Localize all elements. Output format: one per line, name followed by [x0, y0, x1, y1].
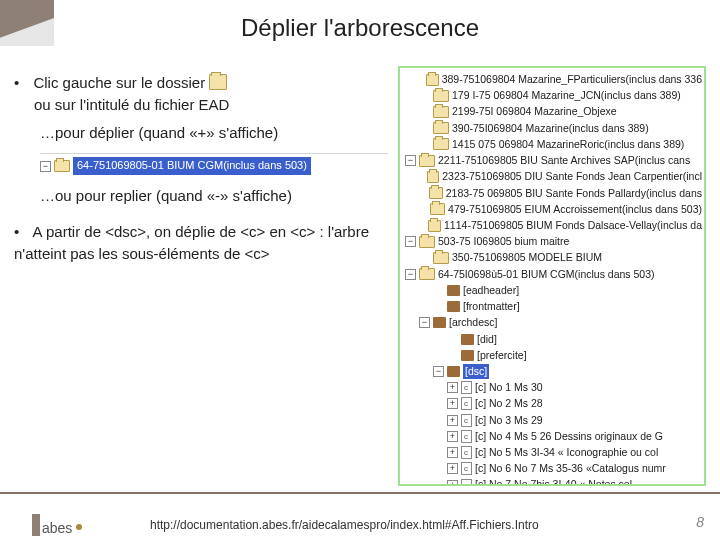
plus-icon[interactable]: + — [447, 447, 458, 458]
tree-row[interactable]: 350-751069805 MODELE BIUM — [402, 250, 702, 265]
tree-row[interactable]: −[archdesc] — [402, 315, 702, 330]
plus-icon[interactable]: + — [447, 480, 458, 486]
tree-label: [c] No 2 Ms 28 — [475, 396, 543, 411]
document-icon — [461, 414, 472, 427]
tree-row[interactable]: [did] — [402, 332, 702, 347]
folder-icon — [433, 90, 449, 102]
tree-row[interactable]: 2199-75I 069804 Mazarine_Objexe — [402, 104, 702, 119]
minus-icon[interactable]: − — [419, 317, 430, 328]
folder-icon — [427, 171, 440, 183]
bullet-1-line-a: Clic gauche sur le dossier — [33, 74, 205, 91]
bullet-1: Clic gauche sur le dossier ou sur l'inti… — [14, 72, 388, 116]
tree-row[interactable]: +[c] No 5 Ms 3I-34 « Iconographie ou col — [402, 445, 702, 460]
document-icon — [461, 430, 472, 443]
tree-label: 179 I-75 069804 Mazarine_JCN(inclus dans… — [452, 88, 681, 103]
plus-icon[interactable]: + — [447, 415, 458, 426]
corner-logo — [0, 0, 54, 46]
tree-row[interactable]: −64-75I0698ù5-01 BIUM CGM(inclus dans 50… — [402, 267, 702, 282]
folder-icon — [419, 268, 435, 280]
book-icon — [433, 317, 446, 328]
tree-label: [prefercite] — [477, 348, 527, 363]
tree-row[interactable]: +[c] No 3 Ms 29 — [402, 413, 702, 428]
tree-row[interactable]: +[c] No 6 No 7 Ms 35-36 «Catalogus numr — [402, 461, 702, 476]
tree-row[interactable]: 390-75I069804 Mazarine(inclus dans 389) — [402, 121, 702, 136]
footer-logo-text: abes — [42, 520, 72, 536]
document-icon — [461, 446, 472, 459]
book-icon — [447, 366, 460, 377]
minus-icon[interactable]: − — [405, 155, 416, 166]
plus-icon[interactable]: + — [447, 463, 458, 474]
tree-row[interactable]: 2183-75 069805 BIU Sante Fonds Pallardy(… — [402, 186, 702, 201]
bullet-2: A partir de <dsc>, on déplie de <c> en <… — [14, 221, 388, 265]
folder-icon — [54, 160, 70, 172]
tree-label: [c] No 3 Ms 29 — [475, 413, 543, 428]
slide-title: Déplier l'arborescence — [14, 14, 706, 42]
tree-row[interactable]: 2323-751069805 DIU Sante Fonds Jean Carp… — [402, 169, 702, 184]
tree-label: [archdesc] — [449, 315, 497, 330]
tree-label: 1114-751069805 BIUM Fonds Dalsace-Vellay… — [444, 218, 702, 233]
folder-icon — [433, 122, 449, 134]
document-icon — [461, 397, 472, 410]
document-icon — [461, 479, 472, 486]
book-icon — [447, 285, 460, 296]
tree-label: 479-751069805 EIUM Accroissement(inclus … — [448, 202, 702, 217]
tree-label: 350-751069805 MODELE BIUM — [452, 250, 602, 265]
document-icon — [461, 381, 472, 394]
folder-icon — [419, 236, 435, 248]
tree-row[interactable]: [frontmatter] — [402, 299, 702, 314]
tree-label: 390-75I069804 Mazarine(inclus dans 389) — [452, 121, 649, 136]
tree-row[interactable]: [eadheader] — [402, 283, 702, 298]
tree-label: [c] No 6 No 7 Ms 35-36 «Catalogus numr — [475, 461, 666, 476]
plus-icon[interactable]: + — [447, 398, 458, 409]
tree-label: 1415 075 069804 MazarineRoric(inclus dan… — [452, 137, 684, 152]
tree-row[interactable]: 1114-751069805 BIUM Fonds Dalsace-Vellay… — [402, 218, 702, 233]
footer: abes http://documentation.abes.fr/aideca… — [0, 492, 720, 540]
tree-row[interactable]: +[c] No 4 Ms 5 26 Dessins originaux de G — [402, 429, 702, 444]
tree-label: 2323-751069805 DIU Sante Fonds Jean Carp… — [442, 169, 702, 184]
tree-row[interactable]: +[c] No 2 Ms 28 — [402, 396, 702, 411]
tree-label: [frontmatter] — [463, 299, 520, 314]
plus-icon[interactable]: + — [447, 431, 458, 442]
tree-row[interactable]: 179 I-75 069804 Mazarine_JCN(inclus dans… — [402, 88, 702, 103]
tree-row[interactable]: +[c] No 7 No 7bis 3I-40 « Notes cel — [402, 477, 702, 486]
tree-label: [c] No 1 Ms 30 — [475, 380, 543, 395]
tree-label: [eadheader] — [463, 283, 519, 298]
folder-icon — [419, 155, 435, 167]
tree-row[interactable]: −503-75 I069805 bium maitre — [402, 234, 702, 249]
sub-1: …pour déplier (quand «+» s'affiche) — [40, 122, 388, 144]
document-icon — [461, 462, 472, 475]
folder-icon — [430, 203, 445, 215]
minus-icon: − — [40, 161, 51, 172]
minus-icon[interactable]: − — [433, 366, 444, 377]
book-icon — [461, 334, 474, 345]
tree-label: [dsc] — [463, 364, 489, 379]
tree-row[interactable]: +[c] No 1 Ms 30 — [402, 380, 702, 395]
tree-label: 2199-75I 069804 Mazarine_Objexe — [452, 104, 617, 119]
tree-label: 2183-75 069805 BIU Sante Fonds Pallardy(… — [446, 186, 702, 201]
tree-label: [did] — [477, 332, 497, 347]
folder-icon — [433, 106, 449, 118]
tree-label: 389-751069804 Mazarine_FParticuliers(inc… — [442, 72, 702, 87]
tree-row[interactable]: [prefercite] — [402, 348, 702, 363]
book-icon — [447, 301, 460, 312]
minus-icon[interactable]: − — [405, 269, 416, 280]
minus-icon[interactable]: − — [405, 236, 416, 247]
bullet-2-text: A partir de <dsc>, on déplie de <c> en <… — [14, 223, 369, 262]
page-number: 8 — [696, 514, 704, 530]
folder-icon — [209, 74, 227, 90]
folder-icon — [433, 138, 449, 150]
tree-row[interactable]: −[dsc] — [402, 364, 702, 379]
tree-panel: 389-751069804 Mazarine_FParticuliers(inc… — [398, 66, 706, 486]
tree-row[interactable]: 479-751069805 EIUM Accroissement(inclus … — [402, 202, 702, 217]
expand-example-row: − 64-751069805-01 BIUM CGM(inclus dans 5… — [40, 153, 388, 175]
footer-logo: abes — [32, 514, 84, 536]
tree-row[interactable]: −2211-751069805 BIU Sante Archives SAP(i… — [402, 153, 702, 168]
book-icon — [461, 350, 474, 361]
left-column: Clic gauche sur le dossier ou sur l'inti… — [14, 66, 388, 486]
tree-row[interactable]: 1415 075 069804 MazarineRoric(inclus dan… — [402, 137, 702, 152]
tree-label: [c] No 7 No 7bis 3I-40 « Notes cel — [475, 477, 632, 486]
tree-label: 64-75I0698ù5-01 BIUM CGM(inclus dans 503… — [438, 267, 655, 282]
tree-row[interactable]: 389-751069804 Mazarine_FParticuliers(inc… — [402, 72, 702, 87]
footer-url: http://documentation.abes.fr/aidecalames… — [150, 518, 539, 532]
plus-icon[interactable]: + — [447, 382, 458, 393]
